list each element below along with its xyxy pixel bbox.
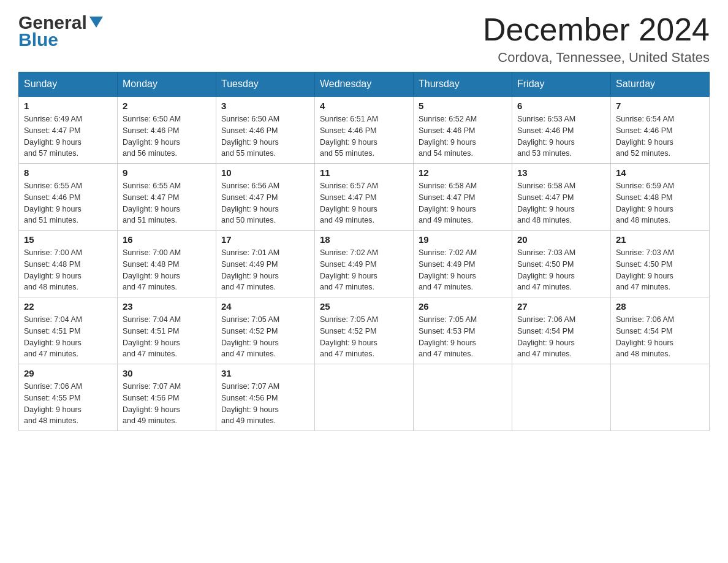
- day-info: Sunrise: 7:03 AMSunset: 4:50 PMDaylight:…: [517, 247, 605, 293]
- day-number: 12: [419, 167, 507, 178]
- day-number: 8: [24, 167, 112, 178]
- day-number: 9: [123, 167, 211, 178]
- day-info: Sunrise: 6:49 AMSunset: 4:47 PMDaylight:…: [24, 113, 112, 159]
- day-info: Sunrise: 6:51 AMSunset: 4:46 PMDaylight:…: [320, 113, 408, 159]
- day-cell-20: 20Sunrise: 7:03 AMSunset: 4:50 PMDayligh…: [512, 231, 611, 297]
- day-number: 3: [221, 101, 309, 111]
- day-info: Sunrise: 7:03 AMSunset: 4:50 PMDaylight:…: [616, 247, 704, 293]
- day-number: 26: [419, 301, 507, 312]
- day-number: 23: [123, 301, 211, 312]
- logo-arrow-icon: [89, 11, 103, 32]
- weekday-header-sunday: Sunday: [19, 72, 118, 97]
- day-cell-31: 31Sunrise: 7:07 AMSunset: 4:56 PMDayligh…: [216, 364, 315, 431]
- weekday-header-thursday: Thursday: [414, 72, 512, 97]
- day-info: Sunrise: 7:04 AMSunset: 4:51 PMDaylight:…: [24, 314, 112, 360]
- day-cell-13: 13Sunrise: 6:58 AMSunset: 4:47 PMDayligh…: [512, 164, 611, 231]
- day-cell-19: 19Sunrise: 7:02 AMSunset: 4:49 PMDayligh…: [414, 231, 512, 297]
- day-cell-17: 17Sunrise: 7:01 AMSunset: 4:49 PMDayligh…: [216, 231, 315, 297]
- day-number: 14: [616, 167, 704, 178]
- day-number: 22: [24, 301, 112, 312]
- day-cell-6: 6Sunrise: 6:53 AMSunset: 4:46 PMDaylight…: [512, 96, 611, 164]
- day-info: Sunrise: 6:50 AMSunset: 4:46 PMDaylight:…: [123, 113, 211, 159]
- day-cell-18: 18Sunrise: 7:02 AMSunset: 4:49 PMDayligh…: [315, 231, 414, 297]
- day-number: 28: [616, 301, 704, 312]
- day-number: 24: [221, 301, 309, 312]
- day-number: 2: [123, 101, 211, 111]
- day-info: Sunrise: 7:02 AMSunset: 4:49 PMDaylight:…: [320, 247, 408, 293]
- day-info: Sunrise: 7:02 AMSunset: 4:49 PMDaylight:…: [419, 247, 507, 293]
- weekday-header-wednesday: Wednesday: [315, 72, 414, 97]
- calendar-table: SundayMondayTuesdayWednesdayThursdayFrid…: [18, 72, 710, 431]
- day-cell-9: 9Sunrise: 6:55 AMSunset: 4:47 PMDaylight…: [118, 164, 216, 231]
- weekday-header-tuesday: Tuesday: [216, 72, 315, 97]
- day-cell-2: 2Sunrise: 6:50 AMSunset: 4:46 PMDaylight…: [118, 96, 216, 164]
- day-cell-29: 29Sunrise: 7:06 AMSunset: 4:55 PMDayligh…: [19, 364, 118, 431]
- day-cell-12: 12Sunrise: 6:58 AMSunset: 4:47 PMDayligh…: [414, 164, 512, 231]
- weekday-header-row: SundayMondayTuesdayWednesdayThursdayFrid…: [19, 72, 710, 97]
- day-number: 1: [24, 101, 112, 111]
- day-number: 18: [320, 234, 408, 245]
- day-info: Sunrise: 6:54 AMSunset: 4:46 PMDaylight:…: [616, 113, 704, 159]
- day-cell-16: 16Sunrise: 7:00 AMSunset: 4:48 PMDayligh…: [118, 231, 216, 297]
- week-row-4: 22Sunrise: 7:04 AMSunset: 4:51 PMDayligh…: [19, 297, 710, 364]
- day-cell-22: 22Sunrise: 7:04 AMSunset: 4:51 PMDayligh…: [19, 297, 118, 364]
- week-row-1: 1Sunrise: 6:49 AMSunset: 4:47 PMDaylight…: [19, 96, 710, 164]
- day-info: Sunrise: 6:52 AMSunset: 4:46 PMDaylight:…: [419, 113, 507, 159]
- empty-cell: [512, 364, 611, 431]
- logo-blue-text: Blue: [18, 29, 58, 50]
- day-info: Sunrise: 6:55 AMSunset: 4:46 PMDaylight:…: [24, 180, 112, 226]
- day-number: 29: [24, 368, 112, 378]
- day-info: Sunrise: 7:04 AMSunset: 4:51 PMDaylight:…: [123, 314, 211, 360]
- week-row-2: 8Sunrise: 6:55 AMSunset: 4:46 PMDaylight…: [19, 164, 710, 231]
- day-info: Sunrise: 6:56 AMSunset: 4:47 PMDaylight:…: [221, 180, 309, 226]
- day-number: 21: [616, 234, 704, 245]
- logo: General Blue: [18, 12, 103, 50]
- day-info: Sunrise: 7:00 AMSunset: 4:48 PMDaylight:…: [123, 247, 211, 293]
- month-title: December 2024: [483, 12, 710, 47]
- location-subtitle: Cordova, Tennessee, United States: [483, 50, 710, 66]
- day-cell-14: 14Sunrise: 6:59 AMSunset: 4:48 PMDayligh…: [611, 164, 710, 231]
- weekday-header-monday: Monday: [118, 72, 216, 97]
- day-number: 30: [123, 368, 211, 378]
- day-number: 4: [320, 101, 408, 111]
- day-number: 5: [419, 101, 507, 111]
- day-info: Sunrise: 7:07 AMSunset: 4:56 PMDaylight:…: [221, 381, 309, 427]
- day-cell-28: 28Sunrise: 7:06 AMSunset: 4:54 PMDayligh…: [611, 297, 710, 364]
- day-cell-1: 1Sunrise: 6:49 AMSunset: 4:47 PMDaylight…: [19, 96, 118, 164]
- day-cell-5: 5Sunrise: 6:52 AMSunset: 4:46 PMDaylight…: [414, 96, 512, 164]
- day-info: Sunrise: 6:57 AMSunset: 4:47 PMDaylight:…: [320, 180, 408, 226]
- day-number: 17: [221, 234, 309, 245]
- day-cell-27: 27Sunrise: 7:06 AMSunset: 4:54 PMDayligh…: [512, 297, 611, 364]
- day-number: 31: [221, 368, 309, 378]
- day-number: 19: [419, 234, 507, 245]
- day-cell-26: 26Sunrise: 7:05 AMSunset: 4:53 PMDayligh…: [414, 297, 512, 364]
- day-number: 10: [221, 167, 309, 178]
- day-info: Sunrise: 7:00 AMSunset: 4:48 PMDaylight:…: [24, 247, 112, 293]
- week-row-5: 29Sunrise: 7:06 AMSunset: 4:55 PMDayligh…: [19, 364, 710, 431]
- empty-cell: [414, 364, 512, 431]
- day-info: Sunrise: 7:01 AMSunset: 4:49 PMDaylight:…: [221, 247, 309, 293]
- day-cell-24: 24Sunrise: 7:05 AMSunset: 4:52 PMDayligh…: [216, 297, 315, 364]
- day-number: 7: [616, 101, 704, 111]
- day-info: Sunrise: 6:53 AMSunset: 4:46 PMDaylight:…: [517, 113, 605, 159]
- day-info: Sunrise: 6:58 AMSunset: 4:47 PMDaylight:…: [517, 180, 605, 226]
- day-cell-30: 30Sunrise: 7:07 AMSunset: 4:56 PMDayligh…: [118, 364, 216, 431]
- day-info: Sunrise: 7:06 AMSunset: 4:54 PMDaylight:…: [616, 314, 704, 360]
- day-info: Sunrise: 6:50 AMSunset: 4:46 PMDaylight:…: [221, 113, 309, 159]
- day-info: Sunrise: 7:05 AMSunset: 4:52 PMDaylight:…: [221, 314, 309, 360]
- title-block: December 2024 Cordova, Tennessee, United…: [483, 12, 710, 66]
- day-number: 13: [517, 167, 605, 178]
- day-cell-3: 3Sunrise: 6:50 AMSunset: 4:46 PMDaylight…: [216, 96, 315, 164]
- page-header: General Blue December 2024 Cordova, Tenn…: [18, 12, 710, 66]
- day-info: Sunrise: 6:59 AMSunset: 4:48 PMDaylight:…: [616, 180, 704, 226]
- day-number: 6: [517, 101, 605, 111]
- day-number: 16: [123, 234, 211, 245]
- empty-cell: [611, 364, 710, 431]
- day-cell-15: 15Sunrise: 7:00 AMSunset: 4:48 PMDayligh…: [19, 231, 118, 297]
- empty-cell: [315, 364, 414, 431]
- day-number: 15: [24, 234, 112, 245]
- day-info: Sunrise: 7:06 AMSunset: 4:54 PMDaylight:…: [517, 314, 605, 360]
- weekday-header-friday: Friday: [512, 72, 611, 97]
- day-number: 11: [320, 167, 408, 178]
- day-cell-7: 7Sunrise: 6:54 AMSunset: 4:46 PMDaylight…: [611, 96, 710, 164]
